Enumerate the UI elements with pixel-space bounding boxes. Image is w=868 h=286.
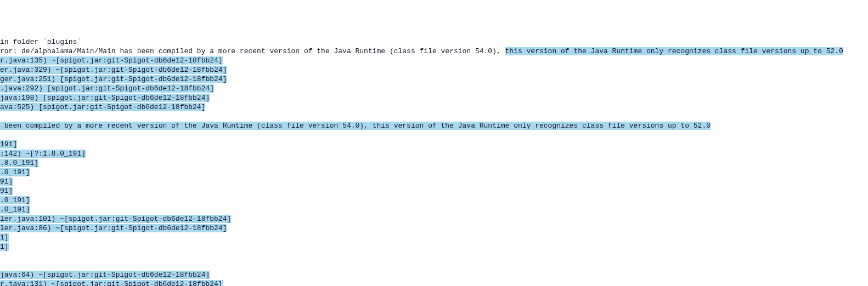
selected-text[interactable]: ler.java:101) ~[spigot.jar:git-Spigot-db… bbox=[0, 215, 231, 223]
log-line[interactable]: 91] bbox=[0, 177, 868, 186]
selected-text[interactable]: this version of the Java Runtime only re… bbox=[505, 47, 843, 55]
log-line[interactable]: ava:525) [spigot.jar:git-Spigot-db6de12-… bbox=[0, 102, 868, 112]
console-log-output[interactable]: in folder `plugins`ror: de/alphalama/Mai… bbox=[0, 37, 868, 286]
log-line[interactable]: 91] bbox=[0, 186, 868, 196]
log-line[interactable]: .8.0_191] bbox=[0, 158, 868, 168]
selected-text[interactable]: 1] bbox=[0, 233, 9, 242]
log-line[interactable]: r.java:131) ~[spigot.jar:git-Spigot-db6d… bbox=[0, 279, 868, 286]
selected-text[interactable]: 91] bbox=[0, 187, 13, 195]
log-line[interactable]: ger.java:251) [spigot.jar:git-Spigot-db6… bbox=[0, 75, 868, 84]
selected-text[interactable]: 91] bbox=[0, 178, 13, 186]
selected-text[interactable]: .0_191] bbox=[0, 196, 30, 204]
selected-text[interactable]: .java:292) [spigot.jar:git-Spigot-db6de1… bbox=[0, 84, 214, 93]
log-line[interactable]: 1] bbox=[0, 233, 868, 242]
log-line[interactable]: .0_191] bbox=[0, 205, 868, 214]
selected-text[interactable]: ler.java:86) ~[spigot.jar:git-Spigot-db6… bbox=[0, 224, 227, 232]
log-line[interactable]: in folder `plugins` bbox=[0, 37, 868, 47]
selected-text[interactable]: 1] bbox=[0, 243, 9, 251]
log-text[interactable]: in folder `plugins` bbox=[0, 38, 81, 46]
log-line[interactable]: er.java:329) ~[spigot.jar:git-Spigot-db6… bbox=[0, 65, 868, 75]
log-line[interactable] bbox=[0, 251, 868, 261]
selected-text[interactable]: .8.0_191] bbox=[0, 159, 38, 167]
log-text[interactable]: ror: de/alphalama/Main/Main has been com… bbox=[0, 47, 505, 55]
log-line[interactable]: :142) ~[?:1.8.0_191] bbox=[0, 149, 868, 158]
selected-text[interactable]: been compiled by a more recent version o… bbox=[0, 122, 711, 130]
log-line[interactable]: 1] bbox=[0, 242, 868, 251]
selected-text[interactable]: ger.java:251) [spigot.jar:git-Spigot-db6… bbox=[0, 75, 227, 83]
log-line[interactable]: ler.java:86) ~[spigot.jar:git-Spigot-db6… bbox=[0, 224, 868, 233]
selected-text[interactable]: r.java:135) ~[spigot.jar:git-Spigot-db6d… bbox=[0, 56, 223, 65]
selected-text[interactable]: :142) ~[?:1.8.0_191] bbox=[0, 150, 86, 158]
log-line[interactable]: ror: de/alphalama/Main/Main has been com… bbox=[0, 47, 868, 56]
log-line[interactable]: r.java:135) ~[spigot.jar:git-Spigot-db6d… bbox=[0, 56, 868, 65]
log-line[interactable]: java:64) ~[spigot.jar:git-Spigot-db6de12… bbox=[0, 270, 868, 279]
log-line[interactable]: been compiled by a more recent version o… bbox=[0, 121, 868, 130]
selected-text[interactable]: java:64) ~[spigot.jar:git-Spigot-db6de12… bbox=[0, 271, 210, 279]
log-line[interactable] bbox=[0, 261, 868, 270]
log-line[interactable] bbox=[0, 130, 868, 140]
selected-text[interactable]: 191] bbox=[0, 140, 17, 148]
log-line[interactable]: ler.java:101) ~[spigot.jar:git-Spigot-db… bbox=[0, 214, 868, 224]
selected-text[interactable]: java:198) [spigot.jar:git-Spigot-db6de12… bbox=[0, 94, 210, 102]
log-line[interactable]: .0_191] bbox=[0, 196, 868, 205]
log-line[interactable] bbox=[0, 112, 868, 121]
selected-text[interactable]: ava:525) [spigot.jar:git-Spigot-db6de12-… bbox=[0, 103, 205, 111]
selected-text[interactable]: r.java:131) ~[spigot.jar:git-Spigot-db6d… bbox=[0, 280, 223, 286]
selected-text[interactable]: er.java:329) ~[spigot.jar:git-Spigot-db6… bbox=[0, 66, 227, 74]
selected-text[interactable]: .0_191] bbox=[0, 168, 30, 176]
log-line[interactable]: .java:292) [spigot.jar:git-Spigot-db6de1… bbox=[0, 84, 868, 93]
log-line[interactable]: 191] bbox=[0, 140, 868, 149]
selected-text[interactable]: .0_191] bbox=[0, 205, 30, 214]
log-line[interactable]: java:198) [spigot.jar:git-Spigot-db6de12… bbox=[0, 93, 868, 102]
log-line[interactable]: .0_191] bbox=[0, 168, 868, 177]
